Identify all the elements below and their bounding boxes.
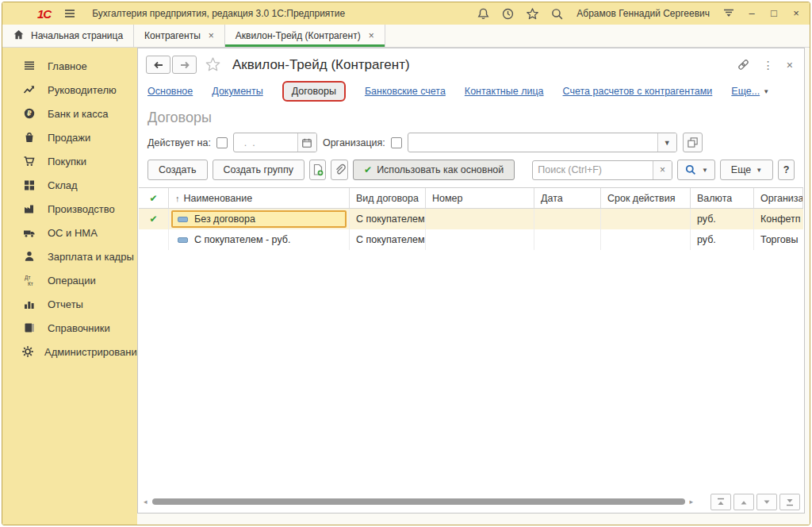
title-bar: 1С Бухгалтерия предприятия, редакция 3.0…: [2, 2, 810, 25]
create-button[interactable]: Создать: [147, 160, 208, 180]
search-icon[interactable]: [550, 7, 564, 21]
panel-close-icon[interactable]: ×: [787, 59, 793, 71]
h-scroll-thumb[interactable]: [152, 498, 685, 505]
sidebar-item-references[interactable]: Справочники: [2, 316, 137, 340]
sidebar-item-label: Банк и касса: [48, 108, 109, 120]
header-cell-org[interactable]: Организация: [754, 188, 803, 208]
name-cell-content[interactable]: С покупателем - руб.: [171, 231, 347, 248]
scroll-right-icon[interactable]: ▸: [690, 498, 694, 506]
cell-kind[interactable]: С покупателем: [350, 209, 426, 229]
sidebar-item-manager[interactable]: Руководителю: [2, 78, 137, 102]
attachments-button[interactable]: [331, 160, 348, 180]
organization-input[interactable]: [408, 133, 657, 152]
favorite-star-icon[interactable]: [205, 56, 221, 73]
acts-on-checkbox[interactable]: [216, 137, 228, 148]
organization-checkbox[interactable]: [391, 137, 402, 148]
sidebar-item-assets[interactable]: ОС и НМА: [2, 221, 137, 244]
cell-org[interactable]: Торговы: [754, 229, 803, 250]
cell-term[interactable]: [601, 209, 691, 229]
header-cell-check[interactable]: ✔: [139, 188, 169, 208]
cell-name[interactable]: С покупателем - руб.: [169, 229, 350, 250]
scroll-top-button[interactable]: [710, 494, 731, 510]
date-field-group: [233, 133, 317, 152]
calendar-button[interactable]: [297, 133, 316, 152]
tab-akvilon[interactable]: Аквилон-Трейд (Контрагент)×: [225, 25, 385, 47]
favorites-icon[interactable]: [526, 7, 539, 21]
cell-number[interactable]: [426, 209, 534, 229]
header-cell-date[interactable]: Дата: [534, 188, 601, 208]
organization-dropdown-button[interactable]: ▼: [657, 133, 676, 152]
more-dots-icon[interactable]: ⋮: [763, 59, 774, 71]
notifications-icon[interactable]: [477, 7, 490, 21]
scroll-down-button[interactable]: [756, 494, 777, 510]
column-label: Валюта: [697, 193, 732, 204]
maximize-button[interactable]: □: [768, 8, 779, 19]
history-icon[interactable]: [501, 7, 515, 21]
forward-arrow-icon: [178, 59, 191, 71]
selected-cell[interactable]: Без договора: [171, 210, 347, 228]
sidebar-item-hr[interactable]: Зарплата и кадры: [2, 244, 137, 268]
sidebar-item-purchases[interactable]: Покупки: [2, 149, 137, 173]
scroll-bottom-button[interactable]: [779, 494, 800, 510]
magnifier-icon: [684, 163, 697, 176]
cell-number[interactable]: [426, 229, 534, 250]
use-as-main-button[interactable]: ✔ Использовать как основной: [353, 160, 515, 180]
close-button[interactable]: ×: [791, 8, 802, 19]
organization-choose-button[interactable]: [683, 133, 703, 152]
sidebar-item-operations[interactable]: ДтКтОперации: [2, 268, 137, 292]
date-input[interactable]: [234, 133, 297, 152]
cell-name[interactable]: Без договора: [169, 209, 350, 229]
cell-kind[interactable]: С покупателем: [350, 229, 426, 250]
current-user[interactable]: Абрамов Геннадий Сергеевич: [576, 8, 710, 19]
header-cell-kind[interactable]: Вид договора: [350, 188, 426, 208]
table-row-1[interactable]: ✔Без договораС покупателемруб.Конфетп: [139, 209, 803, 229]
cell-date[interactable]: [534, 229, 601, 250]
cell-org[interactable]: Конфетп: [754, 209, 803, 229]
table-row-2[interactable]: С покупателем - руб.С покупателемруб.Тор…: [139, 229, 803, 250]
sidebar-item-bank[interactable]: ₽Банк и касса: [2, 102, 137, 125]
search-clear-button[interactable]: ×: [653, 161, 672, 179]
search-input[interactable]: [533, 161, 653, 179]
copy-item-button[interactable]: [309, 160, 327, 180]
sidebar-item-production[interactable]: Производство: [2, 197, 137, 221]
create-group-button[interactable]: Создать группу: [213, 160, 304, 180]
cell-currency[interactable]: руб.: [691, 209, 754, 229]
header-cell-term[interactable]: Срок действия: [601, 188, 691, 208]
minimize-button[interactable]: –: [746, 8, 757, 19]
section-link-dogovory[interactable]: Договоры: [282, 81, 346, 102]
back-button[interactable]: [146, 56, 170, 74]
section-link-contact-persons[interactable]: Контактные лица: [465, 86, 544, 97]
cell-currency[interactable]: руб.: [691, 229, 754, 250]
book-icon: [21, 321, 37, 334]
service-menu-icon[interactable]: [722, 7, 735, 20]
section-link-more[interactable]: Еще...▼: [731, 86, 769, 97]
link-icon[interactable]: [737, 58, 750, 71]
cell-term[interactable]: [601, 229, 691, 250]
chevron-down-icon: ▼: [664, 139, 671, 147]
sidebar-item-main[interactable]: Главное: [2, 54, 137, 78]
sidebar-item-admin[interactable]: Администрирование: [2, 340, 137, 364]
scroll-up-button[interactable]: [733, 494, 754, 510]
section-link-osnovnoe[interactable]: Основное: [147, 86, 193, 97]
tab-contractors[interactable]: Контрагенты×: [134, 25, 225, 47]
sidebar-item-sales[interactable]: Продажи: [2, 125, 137, 149]
main-menu-icon[interactable]: [63, 7, 76, 20]
header-cell-currency[interactable]: Валюта: [691, 188, 754, 208]
cell-date[interactable]: [534, 209, 601, 229]
tab-close-icon[interactable]: ×: [209, 30, 214, 41]
header-cell-name[interactable]: ↑Наименование: [169, 188, 350, 208]
section-link-bank-accounts[interactable]: Банковские счета: [365, 86, 446, 97]
search-settings-button[interactable]: ▼: [677, 160, 715, 180]
scroll-left-icon[interactable]: ◂: [144, 498, 147, 506]
header-cell-number[interactable]: Номер: [426, 188, 534, 208]
tab-close-icon[interactable]: ×: [369, 30, 374, 41]
sidebar-item-reports[interactable]: Отчеты: [2, 292, 137, 316]
section-link-dokumenty[interactable]: Документы: [212, 86, 262, 97]
acts-on-label: Действует на:: [147, 137, 211, 148]
more-button[interactable]: Еще ▼: [720, 160, 773, 180]
forward-button[interactable]: [172, 56, 197, 74]
help-button[interactable]: ?: [778, 160, 795, 180]
sidebar-item-warehouse[interactable]: Склад: [2, 173, 137, 197]
section-link-settlement-accounts[interactable]: Счета расчетов с контрагентами: [563, 86, 713, 97]
tab-home[interactable]: Начальная страница: [2, 25, 134, 47]
